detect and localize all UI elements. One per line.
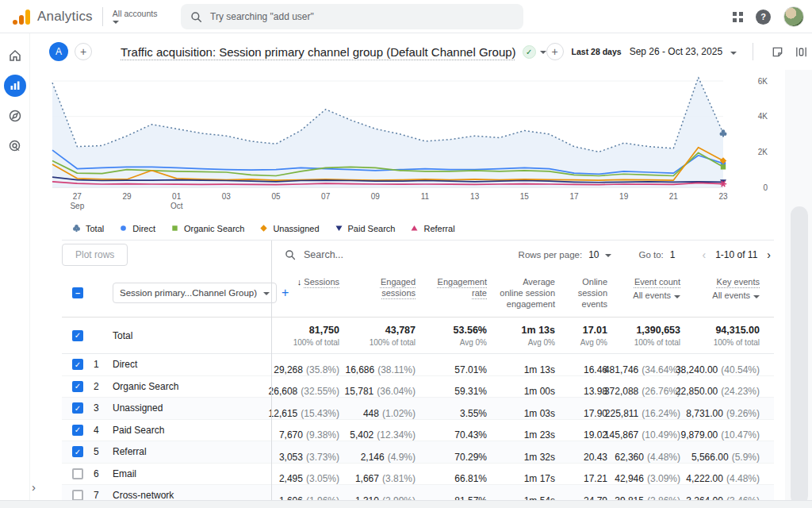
total-cell: 53.56%Avg 0%	[427, 318, 498, 353]
row-checkbox[interactable]: ✓	[72, 402, 83, 414]
apps-grid-icon[interactable]	[733, 12, 743, 22]
legend-marker-icon	[334, 223, 344, 233]
table-search-input[interactable]: Search...	[271, 241, 519, 268]
app-bar: Analytics All accounts Try searching "ad…	[0, 0, 812, 33]
row-number: 1	[94, 354, 113, 375]
expand-nav-chevron[interactable]: ›	[32, 480, 36, 494]
vertical-scrollbar[interactable]	[791, 206, 808, 505]
svg-text:4K: 4K	[758, 112, 768, 121]
sidebar-item-reports[interactable]	[4, 75, 26, 97]
rows-per-page-label: Rows per page:	[519, 250, 583, 260]
help-icon[interactable]: ?	[756, 10, 771, 25]
legend-item[interactable]: Total	[71, 223, 104, 233]
dimension-selector[interactable]: Session primary...Channel Group)	[113, 283, 277, 303]
chevron-down-icon[interactable]	[605, 254, 611, 257]
table-row[interactable]: ✓ 1 Direct 29,268(35.8%) 16,686(38.11%) …	[62, 354, 774, 376]
column-header[interactable]: Engagement rate	[427, 268, 498, 317]
row-checkbox[interactable]: ✓	[72, 425, 83, 436]
column-header[interactable]: Average online session engagement	[498, 268, 566, 317]
legend-marker-icon	[118, 223, 128, 233]
table-row[interactable]: ✓ 2 Organic Search 26,608(32.55%) 15,781…	[62, 376, 774, 398]
search-icon	[285, 249, 296, 260]
total-label: Total	[113, 318, 271, 353]
date-preset: Last 28 days	[572, 47, 622, 56]
metric-cell: 448(1.02%)	[350, 398, 427, 419]
chevron-down-icon	[263, 292, 270, 295]
column-header[interactable]: Event countAll events	[619, 268, 691, 317]
legend-label: Referral	[423, 224, 454, 233]
column-header[interactable]: Online session events	[566, 268, 619, 317]
row-checkbox[interactable]: ✓	[72, 330, 83, 341]
sidebar-item-advertising[interactable]	[4, 135, 26, 157]
column-header[interactable]: ↓Sessions	[271, 268, 350, 317]
metric-cell: 15,781(36.04%)	[350, 376, 427, 398]
divider	[102, 7, 103, 26]
next-page-chevron[interactable]: ›	[764, 248, 774, 261]
rows-per-page-value[interactable]: 10	[588, 249, 599, 260]
total-cell: 1m 13sAvg 0%	[498, 318, 566, 353]
chevron-down-icon	[113, 21, 119, 24]
horizontal-scrollbar[interactable]	[0, 500, 812, 508]
global-search-input[interactable]: Try searching "add user"	[181, 4, 523, 29]
property-avatar[interactable]: A	[49, 42, 68, 61]
account-picker[interactable]: All accounts	[113, 10, 158, 24]
total-row: ✓ Total 81,750100% of total 43,787100% o…	[62, 318, 774, 354]
event-scope-selector[interactable]: All events	[712, 290, 760, 301]
row-checkbox[interactable]	[72, 490, 83, 500]
data-quality-icon[interactable]: ✓	[523, 45, 536, 59]
nav-rail	[0, 33, 30, 500]
goto-input[interactable]: 1	[670, 249, 676, 260]
channel-name: Organic Search	[113, 376, 271, 398]
metric-cell: 1m 03s	[498, 398, 566, 419]
event-scope-selector[interactable]: All events	[633, 290, 680, 301]
svg-text:2K: 2K	[758, 148, 768, 156]
metric-cell: 225,811(16.24%)	[619, 398, 691, 419]
add-button[interactable]: +	[546, 43, 564, 60]
legend-item[interactable]: Referral	[409, 223, 454, 233]
column-header[interactable]: Key eventsAll events	[691, 268, 771, 317]
legend-item[interactable]: Organic Search	[170, 223, 244, 233]
sidebar-item-explore[interactable]	[4, 105, 26, 127]
report-body: 02K4K6K27Sep2901Oct030507091113151719212…	[30, 70, 785, 500]
table-row[interactable]: 7 Cross-network 1,606(1.96%) 1,310(2.99%…	[62, 485, 774, 500]
row-checkbox[interactable]	[72, 468, 83, 479]
column-header[interactable]: Engaged sessions	[350, 268, 427, 317]
table-row[interactable]: ✓ 4 Paid Search 7,670(9.38%) 5,402(12.34…	[62, 420, 774, 442]
report-header: A + Traffic acquisition: Session primary…	[30, 33, 812, 70]
select-all-checkbox[interactable]: –	[72, 287, 83, 298]
sidebar-item-home[interactable]	[4, 44, 26, 67]
legend-label: Organic Search	[184, 224, 244, 233]
table-row[interactable]: ✓ 5 Referral 3,053(3.73%) 2,146(4.9%) 70…	[62, 441, 774, 464]
legend-item[interactable]: Unassigned	[259, 223, 319, 233]
prev-page-chevron[interactable]: ‹	[699, 248, 710, 261]
traffic-chart[interactable]: 02K4K6K27Sep2901Oct030507091113151719212…	[51, 75, 774, 219]
date-range[interactable]: Sep 26 - Oct 23, 2025	[630, 46, 722, 57]
report-title[interactable]: Traffic acquisition: Session primary cha…	[121, 45, 516, 59]
metric-cell: 66.81%	[427, 464, 498, 485]
row-checkbox[interactable]: ✓	[72, 381, 83, 392]
metric-cell: 70.29%	[427, 441, 498, 463]
channel-name: Referral	[113, 441, 271, 463]
search-icon	[190, 11, 202, 23]
total-cell: 17.01Avg 0%	[566, 318, 619, 353]
avatar[interactable]	[783, 6, 804, 27]
table-header-row: – Session primary...Channel Group) + ↓Se…	[62, 268, 774, 318]
row-checkbox[interactable]: ✓	[72, 359, 83, 370]
pagination-range: 1-10 of 11	[715, 249, 757, 260]
chart-legend: TotalDirectOrganic SearchUnassignedPaid …	[71, 223, 785, 233]
legend-item[interactable]: Direct	[118, 223, 155, 233]
add-comparison-button[interactable]: +	[75, 43, 92, 60]
row-checkbox[interactable]: ✓	[72, 446, 83, 457]
plot-rows-button[interactable]: Plot rows	[62, 244, 128, 266]
legend-item[interactable]: Paid Search	[334, 223, 396, 233]
notes-icon[interactable]	[769, 44, 785, 60]
home-icon	[8, 48, 22, 63]
table-row[interactable]: ✓ 3 Unassigned 12,615(15.43%) 448(1.02%)…	[62, 398, 774, 420]
comparisons-icon[interactable]	[793, 44, 809, 60]
legend-marker-icon	[170, 223, 180, 233]
chevron-down-icon[interactable]	[540, 51, 546, 54]
table-row[interactable]: 6 Email 2,495(3.05%) 1,667(3.81%) 66.81%…	[62, 464, 774, 486]
chevron-down-icon[interactable]	[730, 52, 737, 55]
row-number: 4	[94, 420, 113, 441]
metric-cell: 5,566.00(5.9%)	[691, 441, 771, 463]
